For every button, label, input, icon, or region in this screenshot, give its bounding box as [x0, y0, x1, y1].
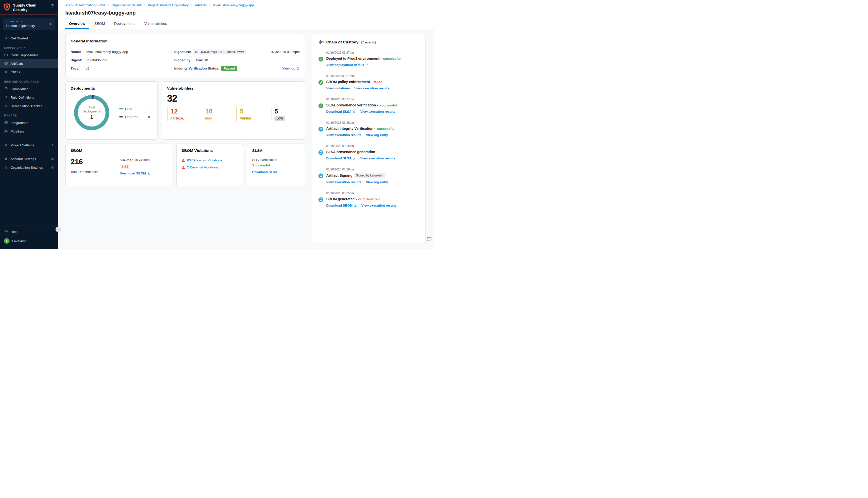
- card-title: Deployments: [70, 86, 153, 91]
- tab-sbom[interactable]: SBOM: [91, 19, 109, 29]
- event-timestamp: 01/16/2025 03:26pm: [326, 121, 419, 124]
- digest-label: Digest:: [70, 58, 83, 62]
- tab-deployments[interactable]: Deployments: [110, 19, 139, 29]
- user-name: Lavakush: [12, 239, 27, 243]
- event-step-sync-icon: [318, 197, 324, 202]
- event-success-link-icon: [318, 80, 324, 85]
- slsa-card: SLSA SLSA Verification Successful Downlo…: [247, 144, 305, 186]
- sidebar-item-cicd[interactable]: CI/CD: [0, 68, 58, 76]
- breadcrumb-artifacts[interactable]: Artifacts: [195, 3, 207, 7]
- general-info-right: Signature: MEQCICde2VjIT...bL+2+mqnOXw==…: [174, 48, 300, 73]
- allow-list-violations-row: 637 Allow list Violations: [182, 158, 237, 162]
- severity-breakdown: 12 CRITICAL 10 HIGH 5 MEDIUM: [167, 107, 300, 121]
- severity-count: 10: [205, 107, 225, 115]
- signed-by-label: Signed by:: [174, 58, 192, 62]
- view-violations-link[interactable]: View violations: [326, 86, 350, 90]
- info-icon: [51, 166, 54, 169]
- deny-list-violations-link[interactable]: 2 Deny list Violations: [187, 166, 219, 169]
- view-execution-results-link[interactable]: View execution results: [361, 204, 397, 207]
- app-switcher-grid-icon[interactable]: [50, 3, 55, 8]
- breadcrumb-project[interactable]: Project: Product Exploratory: [148, 3, 189, 7]
- sidebar-item-organization-settings[interactable]: Organization Settings: [0, 163, 58, 172]
- pipeline-icon: [4, 129, 8, 133]
- card-title: General Information: [70, 39, 300, 43]
- link-label: View deployment details: [326, 63, 364, 67]
- link-label: Download SLSA: [326, 156, 351, 160]
- sbom-quality: SBOM Quality Score 6.13 Download SBOM: [119, 157, 150, 175]
- view-deployment-details-link[interactable]: View deployment details: [326, 63, 368, 67]
- event-timeline: 01/16/2025 03:27pm Deployed to Prod2 env…: [318, 51, 419, 207]
- sidebar-item-label: Get Started: [11, 36, 28, 40]
- vulnerabilities-total: 32: [167, 93, 300, 104]
- download-slsa-link[interactable]: Download SLSA: [252, 170, 282, 174]
- download-sbom-link[interactable]: Download SBOM: [326, 204, 357, 207]
- tags-value: v5: [86, 66, 89, 70]
- sidebar-logo[interactable]: Supply Chain Security: [0, 0, 58, 15]
- sidebar-item-rule-definitions[interactable]: Rule Definitions: [0, 93, 58, 102]
- sidebar-item-artifacts[interactable]: Artifacts: [0, 59, 58, 68]
- sbom-total-label: Total Dependencies: [70, 170, 119, 174]
- name-label: Name:: [70, 50, 83, 54]
- sidebar-item-compliance[interactable]: Compliance: [0, 84, 58, 93]
- severity-count: 12: [170, 107, 190, 115]
- severity-count: 5: [240, 107, 259, 115]
- chevron-left-icon: [57, 228, 60, 231]
- sidebar-divider: [3, 152, 55, 152]
- tab-overview[interactable]: Overview: [65, 19, 89, 29]
- legend-swatch-purple: [119, 116, 123, 117]
- section-label-manage: MANAGE: [0, 110, 58, 118]
- download-icon: [353, 110, 355, 113]
- breadcrumb-artifact-name[interactable]: lavakush07/easy-buggy-app: [213, 3, 254, 7]
- donut-center-label: Total: [83, 105, 101, 109]
- sidebar-item-code-repositories[interactable]: Code Repositories: [0, 51, 58, 59]
- download-slsa-link[interactable]: Download SLSA: [326, 156, 355, 160]
- chat-widget-button[interactable]: [426, 236, 432, 242]
- sidebar-item-project-settings[interactable]: Project Settings: [0, 141, 58, 149]
- tab-vulnerabilities[interactable]: Vulnerabilities: [141, 19, 171, 29]
- event-status: successful: [377, 127, 394, 131]
- download-sbom-link[interactable]: Download SBOM: [119, 171, 150, 175]
- shield-check-icon: [4, 87, 8, 91]
- chain-of-custody-panel: Chain of Custody (7 events) 01/16/2025 0…: [312, 34, 426, 243]
- view-execution-results-link[interactable]: View execution results: [360, 110, 395, 114]
- breadcrumb-account[interactable]: Account: Automation-SSCA: [65, 3, 105, 7]
- sidebar-collapse-button[interactable]: [55, 227, 61, 232]
- download-slsa-link[interactable]: Download SLSA: [326, 110, 355, 114]
- view-execution-results-link[interactable]: View execution results: [326, 180, 361, 184]
- allow-list-violations-link[interactable]: 637 Allow list Violations: [187, 158, 222, 162]
- coc-event-deployed: 01/16/2025 03:27pm Deployed to Prod2 env…: [318, 51, 419, 67]
- event-title: Artifact Integrity Verification -: [326, 127, 375, 131]
- sbom-total: 216: [70, 157, 119, 166]
- event-timestamp: 01/16/2025 03:25pm: [326, 192, 419, 195]
- sidebar-item-pipelines[interactable]: Pipelines: [0, 127, 58, 135]
- breadcrumb-separator-icon: [144, 4, 146, 6]
- legend-item-pre-prod: Pre Prod 0: [119, 115, 150, 119]
- event-step-sync-icon: [318, 127, 324, 132]
- project-selector[interactable]: PROJECT Product Exploratory: [3, 18, 55, 30]
- vulnerabilities-card: Vulnerabilities 32 12 CRITICAL 10 HIGH: [162, 81, 305, 140]
- sidebar-item-help[interactable]: Help: [0, 227, 58, 236]
- sidebar-item-remediation-tracker[interactable]: Remediation Tracker: [0, 102, 58, 110]
- view-log-entry-link[interactable]: View log entry: [366, 180, 388, 184]
- view-log-link[interactable]: View log: [282, 66, 300, 70]
- view-execution-results-link[interactable]: View execution results: [360, 156, 395, 160]
- status-badge-passed: Passed: [221, 66, 237, 71]
- view-execution-results-link[interactable]: View execution results: [326, 133, 361, 137]
- sidebar-item-label: Artifacts: [11, 62, 23, 66]
- breadcrumb-organization[interactable]: Organization: default: [112, 3, 142, 7]
- chevron-right-icon: [51, 144, 54, 147]
- view-execution-results-link[interactable]: View execution results: [354, 86, 390, 90]
- chain-of-custody-count: (7 events): [361, 40, 376, 44]
- sidebar-item-integrations[interactable]: Integrations: [0, 118, 58, 127]
- sidebar-user-menu[interactable]: L Lavakush: [0, 236, 58, 246]
- event-title: Artifact Signing: [326, 173, 352, 178]
- link-label: Download SBOM: [119, 171, 146, 175]
- sidebar-item-account-settings[interactable]: Account Settings: [0, 155, 58, 163]
- sbom-quality-score-badge: 6.13: [119, 164, 130, 169]
- rocket-icon: [4, 36, 8, 40]
- general-info-left: Name: lavakush07/easy-buggy-app Digest: …: [70, 48, 165, 73]
- app-title: Supply Chain Security: [13, 3, 39, 12]
- severity-label: HIGH: [205, 117, 225, 120]
- view-log-entry-link[interactable]: View log entry: [366, 133, 388, 137]
- sidebar-item-get-started[interactable]: Get Started: [0, 34, 58, 42]
